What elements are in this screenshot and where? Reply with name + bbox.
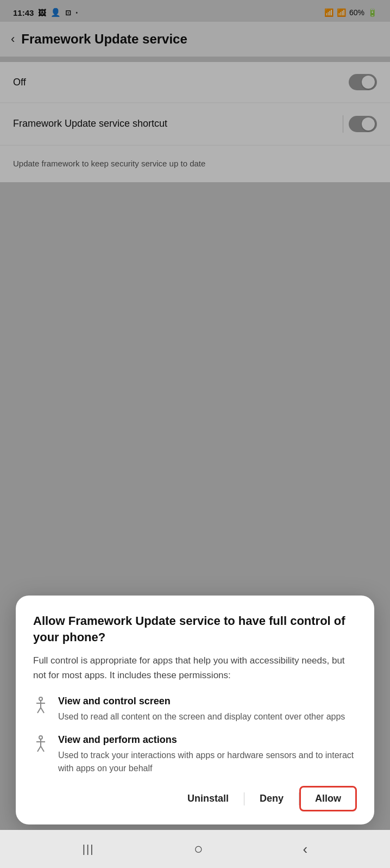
deny-button[interactable]: Deny	[244, 786, 299, 811]
permission-dialog: Allow Framework Update service to have f…	[16, 596, 374, 824]
svg-line-8	[37, 746, 41, 752]
permission-item-screen: View and control screen Used to read all…	[33, 696, 357, 723]
recent-apps-button[interactable]: |||	[83, 843, 95, 855]
home-button[interactable]: ○	[194, 840, 203, 858]
svg-point-5	[39, 736, 42, 739]
permission-item-actions: View and perform actions Used to track y…	[33, 734, 357, 775]
svg-line-3	[37, 708, 41, 713]
bottom-nav: ||| ○ ‹	[0, 830, 390, 868]
accessibility-icon-1	[33, 697, 48, 714]
permission-content-screen: View and control screen Used to read all…	[58, 696, 345, 723]
permission-content-actions: View and perform actions Used to track y…	[58, 734, 357, 775]
permission-title-screen: View and control screen	[58, 696, 345, 707]
back-nav-button[interactable]: ‹	[303, 841, 308, 858]
dialog-title: Allow Framework Update service to have f…	[33, 613, 357, 645]
uninstall-button[interactable]: Uninstall	[172, 786, 244, 811]
allow-button[interactable]: Allow	[299, 786, 357, 811]
svg-line-4	[41, 708, 44, 713]
permission-title-actions: View and perform actions	[58, 734, 357, 746]
accessibility-icon-2	[33, 735, 48, 753]
svg-point-0	[39, 697, 42, 700]
permission-desc-screen: Used to read all content on the screen a…	[58, 710, 345, 723]
dialog-buttons: Uninstall Deny Allow	[33, 786, 357, 811]
dialog-overlay: Allow Framework Update service to have f…	[0, 0, 390, 868]
svg-line-9	[41, 746, 44, 752]
dialog-body: Full control is appropriate for apps tha…	[33, 654, 357, 683]
permission-desc-actions: Used to track your interactions with app…	[58, 749, 357, 775]
